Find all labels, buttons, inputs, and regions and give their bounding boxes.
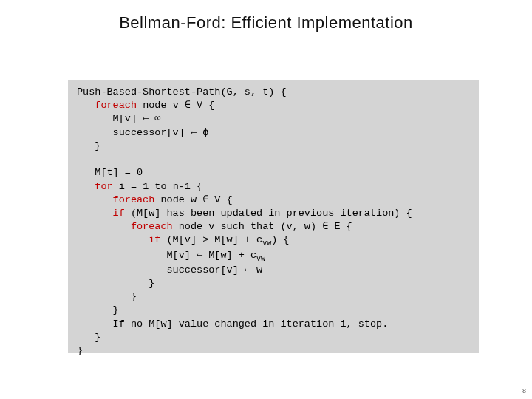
code-text: M[v] ← M[w] + c <box>77 250 256 261</box>
code-line: } <box>77 345 83 356</box>
code-text: (M[v] > M[w] + c <box>160 234 262 245</box>
code-indent <box>77 100 95 111</box>
subscript-vw: vw <box>256 254 265 262</box>
code-line: } <box>77 140 100 151</box>
code-indent <box>77 234 149 245</box>
code-text: i = 1 to n-1 { <box>113 181 203 192</box>
code-line: } <box>77 332 100 343</box>
code-blank <box>77 154 83 165</box>
code-line: M[t] = 0 <box>77 167 143 178</box>
code-line: } <box>77 278 154 289</box>
code-line: } <box>77 291 137 302</box>
code-text: node v such that (v, w) ∈ E { <box>173 221 352 232</box>
code-line: successor[v] ← ϕ <box>77 127 208 138</box>
keyword-if: if <box>113 208 125 219</box>
code-text: ) { <box>271 234 289 245</box>
code-indent <box>77 181 95 192</box>
keyword-foreach: foreach <box>95 100 137 111</box>
code-indent <box>77 208 113 219</box>
slide-title: Bellman-Ford: Efficient Implementation <box>0 13 532 33</box>
code-line: If no M[w] value changed in iteration i,… <box>77 318 388 330</box>
code-box: Push-Based-Shortest-Path(G, s, t) { fore… <box>68 80 479 353</box>
keyword-if: if <box>149 234 160 245</box>
code-indent <box>77 194 113 205</box>
code-line: } <box>77 304 119 316</box>
code-text: node v ∈ V { <box>137 100 214 111</box>
code-text: (M[w] has been updated in previous itera… <box>125 208 412 219</box>
subscript-vw: vw <box>262 239 271 248</box>
page-number: 8 <box>522 387 526 395</box>
code-line: successor[v] ← w <box>77 265 262 276</box>
code-line: Push-Based-Shortest-Path(G, s, t) { <box>77 86 287 98</box>
code-line: M[v] ← ∞ <box>77 113 160 124</box>
keyword-for: for <box>95 181 112 192</box>
slide: Bellman-Ford: Efficient Implementation P… <box>0 0 532 399</box>
keyword-foreach: foreach <box>113 194 155 205</box>
code-indent <box>77 221 131 232</box>
keyword-foreach: foreach <box>131 221 173 232</box>
code-text: node w ∈ V { <box>154 194 232 205</box>
